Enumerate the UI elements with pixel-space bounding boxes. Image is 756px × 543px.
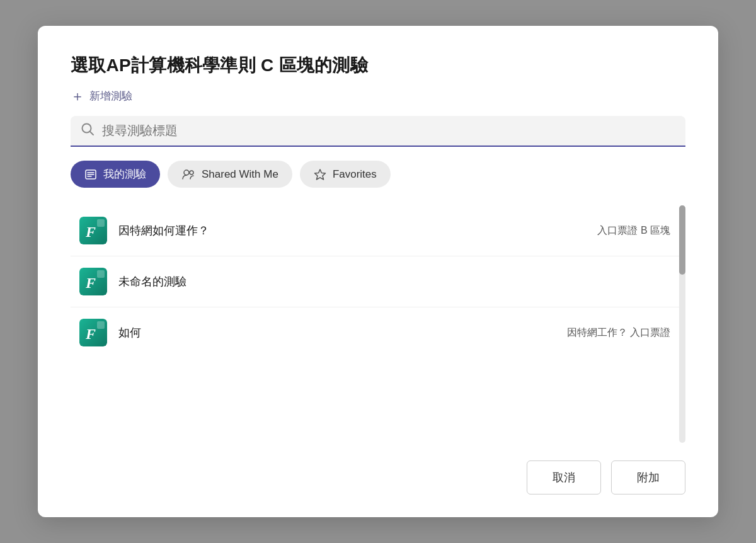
plus-icon: ＋ bbox=[71, 89, 84, 103]
dialog-title: 選取AP計算機科學準則 C 區塊的測驗 bbox=[71, 54, 685, 77]
svg-point-6 bbox=[184, 170, 189, 175]
svg-text:F: F bbox=[85, 275, 96, 291]
tab-my-tests[interactable]: 我的測驗 bbox=[71, 161, 160, 188]
list-container: F 因特網如何運作？ 入口票證 B 區塊 bbox=[71, 205, 685, 443]
list-icon bbox=[84, 168, 97, 181]
svg-rect-16 bbox=[97, 321, 105, 329]
list-item[interactable]: F 如何 因特網工作？ 入口票證 bbox=[71, 307, 679, 358]
list-item[interactable]: F 因特網如何運作？ 入口票證 B 區塊 bbox=[71, 205, 679, 256]
item-title: 因特網如何運作？ bbox=[118, 223, 586, 238]
item-icon: F bbox=[79, 217, 107, 244]
search-input[interactable] bbox=[102, 123, 675, 138]
items-list: F 因特網如何運作？ 入口票證 B 區塊 bbox=[71, 205, 685, 443]
search-bar bbox=[71, 116, 685, 147]
item-icon: F bbox=[79, 319, 107, 346]
tabs-row: 我的測驗 Shared With Me bbox=[71, 161, 685, 188]
scrollbar-thumb[interactable] bbox=[679, 205, 685, 275]
item-tag: 入口票證 B 區塊 bbox=[597, 224, 670, 237]
item-title: 如何 bbox=[118, 325, 556, 340]
add-new-row[interactable]: ＋ 新增測驗 bbox=[71, 89, 685, 103]
search-icon bbox=[81, 122, 94, 139]
dialog-footer: 取消 附加 bbox=[71, 460, 685, 494]
svg-marker-8 bbox=[314, 169, 325, 180]
tab-shared-with-me[interactable]: Shared With Me bbox=[168, 161, 292, 188]
item-icon: F bbox=[79, 268, 107, 295]
svg-line-1 bbox=[90, 132, 93, 135]
svg-rect-10 bbox=[97, 219, 105, 227]
svg-point-7 bbox=[190, 171, 193, 174]
tab-shared-with-me-label: Shared With Me bbox=[202, 168, 278, 181]
confirm-button[interactable]: 附加 bbox=[611, 460, 685, 494]
tab-favorites[interactable]: Favorites bbox=[300, 161, 391, 188]
star-icon bbox=[314, 168, 326, 181]
shared-icon bbox=[181, 168, 195, 181]
item-tag: 因特網工作？ 入口票證 bbox=[567, 326, 670, 340]
item-title: 未命名的測驗 bbox=[118, 274, 659, 289]
svg-text:F: F bbox=[85, 224, 96, 240]
add-new-label: 新增測驗 bbox=[89, 89, 132, 103]
overlay: 選取AP計算機科學準則 C 區塊的測驗 ＋ 新增測驗 bbox=[0, 0, 756, 543]
tab-my-tests-label: 我的測驗 bbox=[103, 167, 146, 181]
svg-text:F: F bbox=[85, 326, 96, 342]
tab-favorites-label: Favorites bbox=[333, 168, 377, 181]
cancel-button[interactable]: 取消 bbox=[527, 460, 601, 494]
list-item[interactable]: F 未命名的測驗 bbox=[71, 256, 679, 307]
svg-rect-13 bbox=[97, 270, 105, 278]
dialog: 選取AP計算機科學準則 C 區塊的測驗 ＋ 新增測驗 bbox=[38, 26, 718, 517]
scrollbar-track bbox=[679, 205, 685, 443]
